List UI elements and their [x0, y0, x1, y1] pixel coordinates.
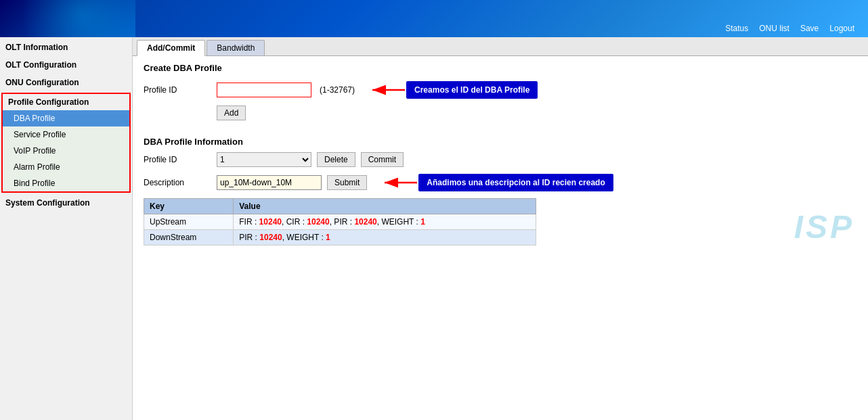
create-dba-profile-title: Create DBA Profile: [144, 63, 857, 73]
table-header-key: Key: [144, 199, 234, 214]
description-label: Description: [144, 178, 211, 187]
sidebar-item-olt-information[interactable]: OLT Information: [0, 39, 132, 56]
commit-button[interactable]: Commit: [361, 152, 404, 167]
sidebar-item-alarm-profile[interactable]: Alarm Profile: [3, 159, 129, 175]
nav-onu-list[interactable]: ONU list: [759, 24, 789, 33]
table-cell-downstream-value: PIR : 10240, WEIGHT : 1: [234, 230, 536, 246]
layout: OLT Information OLT Configuration ONU Co…: [0, 37, 868, 420]
add-button[interactable]: Add: [217, 106, 246, 120]
description-input[interactable]: [217, 175, 322, 190]
annotation-1: Creamos el ID del DBA Profile: [366, 80, 538, 100]
tooltip-create-profile: Creamos el ID del DBA Profile: [406, 81, 538, 99]
create-profile-id-input[interactable]: [217, 83, 311, 97]
sidebar: OLT Information OLT Configuration ONU Co…: [0, 37, 133, 420]
table-cell-downstream-key: DownStream: [144, 230, 234, 246]
table-row: UpStream FIR : 10240, CIR : 10240, PIR :…: [144, 214, 536, 230]
create-profile-id-row: Profile ID (1-32767) Creamos el ID del D…: [144, 80, 857, 100]
sidebar-item-profile-configuration[interactable]: Profile Configuration: [3, 94, 129, 110]
profile-config-box: Profile Configuration DBA Profile Servic…: [1, 93, 131, 193]
range-hint: (1-32767): [320, 85, 355, 95]
delete-button[interactable]: Delete: [317, 152, 355, 167]
nav-logout[interactable]: Logout: [829, 24, 854, 33]
tab-bandwidth[interactable]: Bandwidth: [207, 40, 265, 55]
add-button-row: Add: [144, 106, 857, 120]
header: Status ONU list Save Logout: [0, 0, 868, 37]
table-row: DownStream PIR : 10240, WEIGHT : 1: [144, 230, 536, 246]
watermark: ISP: [794, 208, 854, 246]
arrow-icon-1: [366, 80, 406, 100]
table-cell-upstream-value: FIR : 10240, CIR : 10240, PIR : 10240, W…: [234, 214, 536, 230]
nav-status[interactable]: Status: [725, 24, 748, 33]
sidebar-item-onu-configuration[interactable]: ONU Configuration: [0, 74, 132, 91]
submit-button[interactable]: Submit: [327, 175, 367, 190]
sidebar-item-dba-profile[interactable]: DBA Profile: [3, 110, 129, 126]
sidebar-item-olt-configuration[interactable]: OLT Configuration: [0, 56, 132, 74]
sidebar-item-system-configuration[interactable]: System Configuration: [0, 194, 132, 212]
main-content: Add/Commit Bandwidth Create DBA Profile …: [133, 37, 868, 420]
tooltip-description: Añadimos una descripcion al ID recien cr…: [418, 174, 613, 191]
header-logo-area: [0, 0, 135, 37]
table-header-value: Value: [234, 199, 536, 214]
dba-info-table: Key Value UpStream FIR : 10240, CIR : 10…: [144, 198, 536, 246]
sidebar-item-bind-profile[interactable]: Bind Profile: [3, 175, 129, 191]
header-nav: Status ONU list Save Logout: [725, 24, 854, 33]
content-area: Create DBA Profile Profile ID (1-32767): [133, 56, 868, 252]
sidebar-item-voip-profile[interactable]: VoIP Profile: [3, 143, 129, 159]
sidebar-item-service-profile[interactable]: Service Profile: [3, 126, 129, 143]
tab-add-commit[interactable]: Add/Commit: [137, 40, 205, 56]
dba-profile-info-title: DBA Profile Information: [144, 137, 857, 147]
info-profile-id-label: Profile ID: [144, 155, 211, 164]
create-profile-id-label: Profile ID: [144, 85, 211, 95]
profile-id-select[interactable]: 1: [217, 152, 311, 167]
annotation-2: Añadimos una descripcion al ID recien cr…: [378, 172, 613, 193]
arrow-icon-2: [378, 172, 418, 193]
nav-save[interactable]: Save: [800, 24, 819, 33]
description-row: Description Submit Añadimos una descripc…: [144, 172, 857, 193]
tab-bar: Add/Commit Bandwidth: [133, 37, 868, 56]
info-profile-id-row: Profile ID 1 Delete Commit: [144, 152, 857, 167]
table-cell-upstream-key: UpStream: [144, 214, 234, 230]
